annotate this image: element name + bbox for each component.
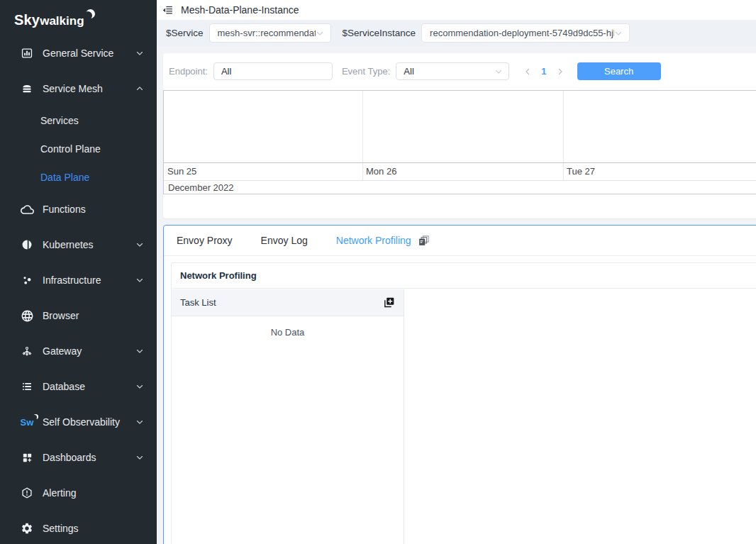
task-list-panel: Task List No Data	[172, 289, 404, 544]
timeline-divider	[563, 91, 564, 180]
instance-select-label: $ServiceInstance	[343, 28, 416, 38]
collapse-menu-icon[interactable]	[162, 4, 174, 16]
cloud-icon	[20, 203, 34, 216]
chevron-down-icon	[494, 67, 503, 76]
sidebar: Skywalking General Service Service Mesh	[0, 0, 157, 544]
globe-icon	[20, 309, 34, 323]
sw-logo-icon: Sw	[20, 417, 34, 428]
sidebar-item-services[interactable]: Services	[0, 106, 157, 135]
sidebar-item-functions[interactable]: Functions	[0, 191, 157, 227]
sidebar-item-infrastructure[interactable]: Infrastructure	[0, 262, 157, 298]
timeline-day-label: Mon 26	[366, 166, 396, 177]
sidebar-item-data-plane[interactable]: Data Plane	[0, 163, 157, 191]
sidebar-item-service-mesh[interactable]: Service Mesh	[0, 71, 157, 106]
sidebar-item-label: Alerting	[43, 487, 76, 499]
sidebar-item-label: Functions	[43, 204, 86, 215]
database-icon	[20, 380, 34, 393]
page-next-icon[interactable]	[556, 67, 565, 76]
endpoint-label: Endpoint:	[169, 66, 208, 77]
sidebar-item-label: Service Mesh	[43, 83, 103, 94]
logo-text-sky: Sky	[14, 12, 40, 28]
instance-select-value: recommendation-deployment-5749d9dc55-hjl…	[430, 28, 614, 38]
dashboards-icon	[20, 452, 34, 464]
tab-network-profiling[interactable]: Network Profiling	[336, 235, 411, 246]
tab-bar: Envoy Proxy Envoy Log Network Profiling	[164, 226, 756, 256]
sidebar-item-label: Infrastructure	[43, 274, 101, 286]
logo-text-walking: walking	[40, 14, 84, 28]
event-search-row: Endpoint: All Event Type: All 1 Search	[163, 53, 756, 80]
service-select-value: mesh-svr::recommendation	[218, 28, 316, 38]
sidebar-item-label: General Service	[43, 48, 113, 59]
sidebar-item-dashboards[interactable]: Dashboards	[0, 440, 157, 475]
add-task-icon[interactable]	[383, 296, 395, 309]
sidebar-item-self-observability[interactable]: Sw Self Observability	[0, 404, 157, 440]
chevron-up-icon	[135, 84, 144, 93]
gear-icon	[20, 522, 34, 535]
sidebar-item-label: Services	[40, 115, 79, 126]
network-profiling-widget: Network Profiling Task List No Data	[171, 262, 756, 544]
page-header: Mesh-Data-Plane-Instance	[157, 0, 756, 20]
widget-body: Task List No Data	[172, 289, 756, 544]
sidebar-item-label: Control Plane	[40, 143, 101, 155]
sidebar-item-label: Gateway	[43, 345, 82, 357]
chevron-down-icon	[135, 347, 144, 355]
event-type-select[interactable]: All	[396, 62, 509, 80]
event-type-value: All	[404, 66, 413, 77]
profiling-detail-area	[404, 289, 756, 544]
alert-hexagon-icon	[20, 487, 34, 499]
sidebar-item-label: Self Observability	[43, 416, 120, 428]
app-root: Skywalking General Service Service Mesh	[0, 0, 756, 544]
selector-bar: $Service mesh-svr::recommendation $Servi…	[157, 20, 756, 46]
kubernetes-icon	[20, 238, 34, 251]
chevron-down-icon	[316, 29, 324, 38]
timeline-day-label: Sun 25	[167, 166, 196, 177]
timeline-month-label: December 2022	[168, 182, 234, 193]
sidebar-item-gateway[interactable]: Gateway	[0, 333, 157, 369]
tab-envoy-log[interactable]: Envoy Log	[261, 235, 308, 246]
page-title: Mesh-Data-Plane-Instance	[181, 4, 299, 16]
sidebar-item-label: Database	[43, 381, 85, 392]
sidebar-item-label: Settings	[43, 523, 79, 534]
page-number[interactable]: 1	[541, 66, 546, 77]
chevron-down-icon	[135, 418, 144, 426]
main-content: Mesh-Data-Plane-Instance $Service mesh-s…	[157, 0, 756, 544]
chevron-down-icon	[135, 240, 144, 249]
sidebar-item-database[interactable]: Database	[0, 369, 157, 404]
sidebar-item-label: Kubernetes	[43, 239, 94, 250]
skywalking-logo: Skywalking	[0, 0, 157, 33]
task-list-empty-text: No Data	[172, 316, 404, 348]
sidebar-item-control-plane[interactable]: Control Plane	[0, 135, 157, 163]
sidebar-menu: General Service Service Mesh Services Co…	[0, 35, 157, 544]
sidebar-item-general-service[interactable]: General Service	[0, 35, 157, 71]
endpoint-input[interactable]: All	[213, 62, 333, 80]
events-timeline[interactable]: Sun 25 Mon 26 Tue 27 December 2022	[163, 90, 756, 194]
task-list-header: Task List	[172, 289, 404, 316]
sidebar-item-kubernetes[interactable]: Kubernetes	[0, 227, 157, 262]
mini-crescent-icon	[33, 414, 38, 420]
instance-tabs-panel: Envoy Proxy Envoy Log Network Profiling …	[163, 225, 756, 544]
timeline-day-label: Tue 27	[567, 166, 595, 177]
service-instance-select[interactable]: recommendation-deployment-5749d9dc55-hjl…	[421, 23, 630, 43]
task-list-title: Task List	[180, 297, 216, 308]
service-select-label: $Service	[166, 28, 204, 38]
timeline-minor-line	[164, 180, 756, 181]
service-select[interactable]: mesh-svr::recommendation	[209, 23, 331, 43]
chevron-down-icon	[135, 276, 144, 284]
chevron-down-icon	[135, 49, 144, 57]
chevron-down-icon	[135, 453, 144, 462]
gateway-icon	[20, 345, 34, 357]
widget-title: Network Profiling	[172, 263, 756, 289]
copy-tab-icon[interactable]	[418, 235, 430, 247]
page-prev-icon[interactable]	[523, 67, 532, 76]
timeline-axis-line	[164, 162, 756, 163]
sidebar-item-settings[interactable]: Settings	[0, 511, 157, 544]
sidebar-item-alerting[interactable]: Alerting	[0, 475, 157, 511]
sidebar-item-browser[interactable]: Browser	[0, 298, 157, 333]
mesh-stack-icon	[20, 82, 34, 95]
sidebar-item-label: Data Plane	[40, 172, 89, 183]
tab-envoy-proxy[interactable]: Envoy Proxy	[177, 235, 233, 246]
sidebar-item-label: Dashboards	[43, 452, 96, 463]
chevron-down-icon	[614, 29, 623, 38]
search-button[interactable]: Search	[577, 62, 661, 80]
event-type-label: Event Type:	[342, 66, 390, 77]
